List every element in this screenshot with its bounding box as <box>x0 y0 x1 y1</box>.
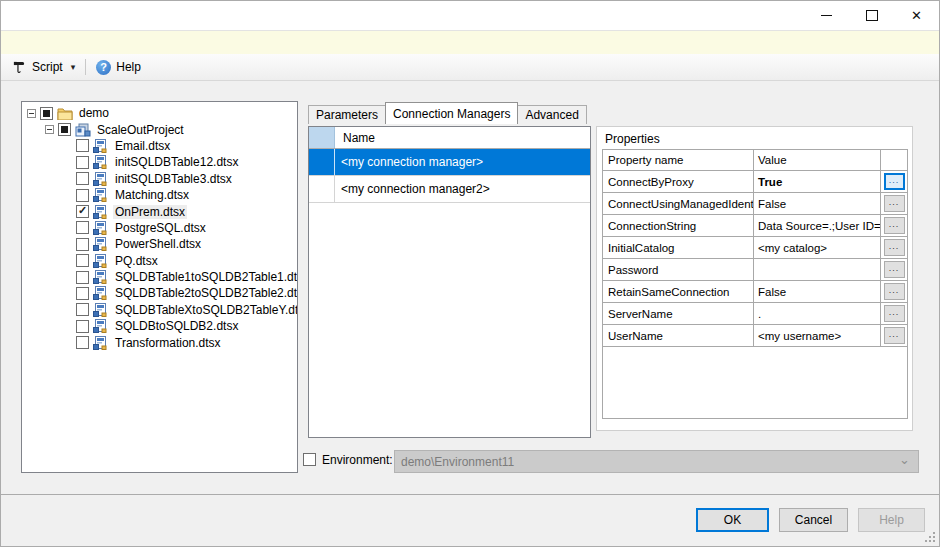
ellipsis-button[interactable]: ... <box>884 195 905 212</box>
tree-indent <box>61 205 74 218</box>
cancel-button[interactable]: Cancel <box>779 508 848 532</box>
tree-item[interactable]: PostgreSQL.dtsx <box>22 220 297 236</box>
tree-item[interactable]: SQLDBTable1toSQLDB2Table1.dtsx <box>22 269 297 285</box>
tree-item-label[interactable]: SQLDBtoSQLDB2.dtsx <box>113 319 240 333</box>
property-value-cell[interactable]: False <box>754 193 881 214</box>
resize-grip[interactable] <box>925 532 935 542</box>
row-selector-cell[interactable] <box>309 149 335 175</box>
environment-combobox[interactable]: demo\Environment11 ⌄ <box>394 450 919 473</box>
ellipsis-button[interactable]: ... <box>884 305 905 322</box>
ellipsis-button[interactable]: ... <box>884 173 905 190</box>
property-value-cell[interactable] <box>754 259 881 280</box>
tree-item[interactable]: Matching.dtsx <box>22 187 297 203</box>
property-name-cell: ConnectByProxy <box>603 171 754 192</box>
connection-manager-name[interactable]: <my connection manager> <box>335 149 590 175</box>
tree-item[interactable]: ScaleOutProject <box>22 121 297 137</box>
tree-item-label[interactable]: initSQLDBTable12.dtsx <box>113 155 240 169</box>
package-icon <box>93 303 109 317</box>
tree-item[interactable]: SQLDBtoSQLDB2.dtsx <box>22 318 297 334</box>
maximize-icon <box>866 10 878 21</box>
ellipsis-button[interactable]: ... <box>884 283 905 300</box>
tree-item-label[interactable]: Transformation.dtsx <box>113 336 223 350</box>
tree-item-label[interactable]: Email.dtsx <box>113 139 172 153</box>
tree-indent <box>61 139 74 152</box>
ellipsis-button[interactable]: ... <box>884 327 905 344</box>
environment-checkbox[interactable] <box>303 453 316 466</box>
tree-item-label[interactable]: SQLDBTable2toSQLDB2Table2.dtsx <box>113 286 298 300</box>
tree-item-label[interactable]: Matching.dtsx <box>113 188 191 202</box>
tree-checkbox[interactable] <box>76 139 89 152</box>
tree-checkbox[interactable] <box>76 189 89 202</box>
tab-advanced[interactable]: Advanced <box>517 105 586 124</box>
tree-checkbox[interactable] <box>40 107 53 120</box>
tree-indent <box>61 254 74 267</box>
tree-item-label[interactable]: PostgreSQL.dtsx <box>113 221 208 235</box>
ellipsis-button[interactable]: ... <box>884 217 905 234</box>
tree-checkbox[interactable] <box>76 287 89 300</box>
tree-checkbox[interactable] <box>76 336 89 349</box>
ellipsis-button[interactable]: ... <box>884 239 905 256</box>
tree-item[interactable]: PQ.dtsx <box>22 253 297 269</box>
property-value-cell[interactable]: <my username> <box>754 325 881 346</box>
tree-item[interactable]: Email.dtsx <box>22 138 297 154</box>
script-icon <box>12 60 27 75</box>
property-row: ServerName.... <box>603 303 907 325</box>
tree-item[interactable]: initSQLDBTable3.dtsx <box>22 171 297 187</box>
ok-button[interactable]: OK <box>696 508 769 532</box>
property-value-cell[interactable]: False <box>754 281 881 302</box>
tab-connection-managers[interactable]: Connection Managers <box>385 102 518 124</box>
property-row: RetainSameConnectionFalse... <box>603 281 907 303</box>
minimize-button[interactable] <box>804 2 849 30</box>
tree-item[interactable]: SQLDBTable2toSQLDB2Table2.dtsx <box>22 285 297 301</box>
script-split-button[interactable]: Script ▾ <box>8 58 79 77</box>
properties-title: Properties <box>605 132 660 146</box>
chevron-down-icon: ⌄ <box>899 452 910 467</box>
tree-expander[interactable] <box>25 107 38 120</box>
tree-checkbox[interactable] <box>76 205 89 218</box>
close-button[interactable]: ✕ <box>894 2 939 30</box>
connection-manager-name[interactable]: <my connection manager2> <box>335 176 590 202</box>
maximize-button[interactable] <box>849 2 894 30</box>
package-icon <box>93 188 109 202</box>
tree-item-label[interactable]: PQ.dtsx <box>113 254 160 268</box>
tree-item-label[interactable]: OnPrem.dtsx <box>113 205 187 219</box>
tree-checkbox[interactable] <box>76 172 89 185</box>
connection-manager-row[interactable]: <my connection manager2> <box>309 176 590 203</box>
connection-manager-row[interactable]: <my connection manager> <box>309 149 590 176</box>
row-selector-cell[interactable] <box>309 176 335 202</box>
tree-item-label[interactable]: ScaleOutProject <box>95 123 186 137</box>
tree-item[interactable]: OnPrem.dtsx <box>22 203 297 219</box>
tree-item-label[interactable]: SQLDBTableXtoSQLDB2TableY.dtsx <box>113 303 298 317</box>
tree-item[interactable]: PowerShell.dtsx <box>22 236 297 252</box>
property-row: Password... <box>603 259 907 281</box>
property-value-cell[interactable]: Data Source=.;User ID=... <box>754 215 881 236</box>
tree-checkbox[interactable] <box>76 254 89 267</box>
tree-checkbox[interactable] <box>76 320 89 333</box>
property-value-cell[interactable]: True <box>754 171 881 192</box>
tree-item[interactable]: Transformation.dtsx <box>22 334 297 350</box>
tree-item-label[interactable]: PowerShell.dtsx <box>113 237 203 251</box>
tree-expander[interactable] <box>43 123 56 136</box>
tree-checkbox[interactable] <box>76 221 89 234</box>
ellipsis-button[interactable]: ... <box>884 261 905 278</box>
tree-item-label[interactable]: SQLDBTable1toSQLDB2Table1.dtsx <box>113 270 298 284</box>
tab-parameters[interactable]: Parameters <box>308 105 386 124</box>
tree-checkbox[interactable] <box>76 303 89 316</box>
property-value-cell[interactable]: . <box>754 303 881 324</box>
tree-item-label[interactable]: initSQLDBTable3.dtsx <box>113 172 234 186</box>
tree-checkbox[interactable] <box>76 238 89 251</box>
property-value-cell[interactable]: <my catalog> <box>754 237 881 258</box>
tree-checkbox[interactable] <box>76 271 89 284</box>
tree-item-label[interactable]: demo <box>77 106 111 120</box>
help-toolbar-button[interactable]: ? Help <box>92 58 145 77</box>
tree-item[interactable]: demo <box>22 105 297 121</box>
tree-checkbox[interactable] <box>76 156 89 169</box>
tree-checkbox[interactable] <box>58 123 71 136</box>
help-button[interactable]: Help <box>858 508 925 532</box>
tree-item[interactable]: initSQLDBTable12.dtsx <box>22 154 297 170</box>
tree-item[interactable]: SQLDBTableXtoSQLDB2TableY.dtsx <box>22 302 297 318</box>
property-name-cell: InitialCatalog <box>603 237 754 258</box>
chevron-down-icon[interactable]: ▾ <box>71 62 76 72</box>
package-icon <box>93 270 109 284</box>
tree-indent <box>61 303 74 316</box>
